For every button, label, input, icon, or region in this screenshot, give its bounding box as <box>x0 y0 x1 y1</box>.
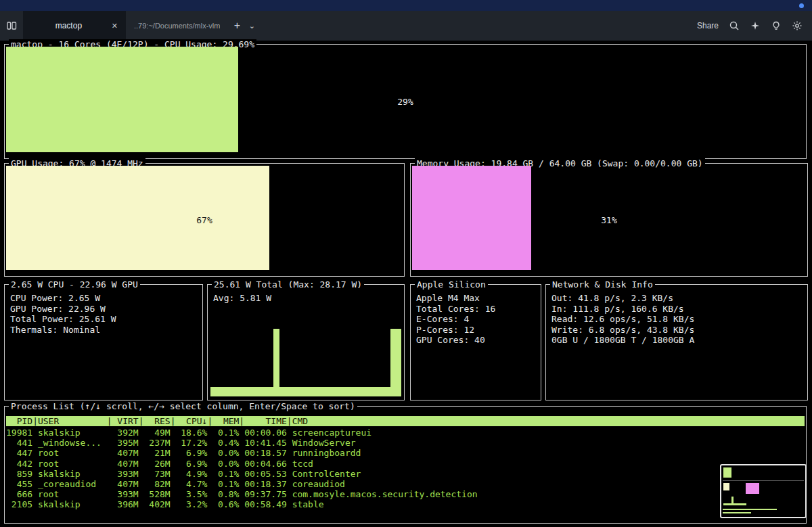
ai-sparkle-icon[interactable] <box>750 20 761 31</box>
process-row: 666 root 393M 528M 3.5% 0.8% 09:37.75 co… <box>6 489 805 499</box>
power-panel-title: 2.65 W CPU - 22.96 W GPU <box>9 279 140 290</box>
pip-divider <box>723 480 804 481</box>
process-row: 19981 skalskip 392M 49M 18.6% 0.1% 00:00… <box>6 428 805 438</box>
close-icon[interactable]: ✕ <box>106 22 118 30</box>
network-disk-panel: Network & Disk Info Out: 41.8 p/s, 2.3 K… <box>545 284 808 400</box>
power-spike <box>273 329 279 396</box>
notification-dot <box>799 3 804 8</box>
pip-preview[interactable] <box>720 464 807 518</box>
apple-silicon-panel: Apple Silicon Apple M4 MaxTotal Cores: 1… <box>410 284 541 400</box>
pip-gpu-bar <box>723 483 729 490</box>
memory-usage-value: 31% <box>411 164 807 276</box>
pip-process-line <box>723 509 777 510</box>
share-button[interactable]: Share <box>697 21 719 30</box>
gpu-usage-panel: GPU Usage: 67% @ 1474 MHz 67% <box>4 163 405 277</box>
gpu-usage-value: 67% <box>5 164 404 276</box>
total-power-panel: 25.61 W Total (Max: 28.17 W) Avg: 5.81 W <box>207 284 405 400</box>
cpu-usage-value: 29% <box>5 45 806 158</box>
tab-mlx-vlm[interactable]: ..79:~/Documents/mlx-vlm <box>126 11 228 41</box>
memory-usage-panel: Memory Usage: 19.84 GB / 64.00 GB (Swap:… <box>410 163 808 277</box>
silicon-stats: Apple M4 MaxTotal Cores: 16E-Cores: 4P-C… <box>411 285 541 346</box>
pip-process-line <box>723 512 751 513</box>
settings-gear-icon[interactable] <box>792 20 803 31</box>
process-list-panel: Process List (↑/↓ scroll, ←/→ select col… <box>4 406 807 524</box>
window-titlebar <box>0 0 812 11</box>
search-icon[interactable] <box>729 20 740 31</box>
tab-mactop[interactable]: mactop ✕ <box>23 11 126 41</box>
tab-bar: mactop ✕ ..79:~/Documents/mlx-vlm + ⌄ Sh… <box>0 11 812 41</box>
process-row: 442 root 407M 26M 6.9% 0.0% 00:04.66 tcc… <box>6 459 805 469</box>
pip-chart-spike <box>731 497 734 505</box>
process-rows: 19981 skalskip 392M 49M 18.6% 0.1% 00:00… <box>6 428 805 510</box>
power-history-chart <box>210 312 401 396</box>
process-row: 447 root 407M 21M 6.9% 0.0% 00:18.57 run… <box>6 448 805 458</box>
pip-chart-base <box>723 503 746 505</box>
process-row: 2105 skalskip 396M 402M 3.2% 0.6% 00:58.… <box>6 499 805 509</box>
pip-memory-bar <box>746 483 759 494</box>
process-row: 859 skalskip 393M 73M 4.9% 0.1% 00:05.53… <box>6 469 805 479</box>
avg-power-text: Avg: 5.81 W <box>213 293 399 304</box>
power-stats-panel: 2.65 W CPU - 22.96 W GPU CPU Power: 2.65… <box>4 284 203 400</box>
power-baseline <box>210 387 401 396</box>
tab-label: mactop <box>31 21 106 30</box>
process-row: 455 _coreaudiod 407M 82M 4.7% 0.1% 00:18… <box>6 479 805 489</box>
power-stats: CPU Power: 2.65 WGPU Power: 22.96 WTotal… <box>5 285 202 335</box>
network-panel-title: Network & Disk Info <box>550 279 655 290</box>
process-panel-title: Process List (↑/↓ scroll, ←/→ select col… <box>9 401 357 411</box>
process-row: 441 _windowse... 395M 237M 17.2% 0.4% 10… <box>6 438 805 448</box>
total-power-title: 25.61 W Total (Max: 28.17 W) <box>212 279 364 290</box>
new-tab-button[interactable]: + <box>228 11 246 41</box>
tab-label: ..79:~/Documents/mlx-vlm <box>134 22 220 30</box>
chevron-down-icon[interactable]: ⌄ <box>246 11 258 41</box>
lightbulb-icon[interactable] <box>771 20 782 31</box>
cpu-usage-panel: mactop - 16 Cores (4E/12P) - CPU Usage: … <box>4 44 807 159</box>
pip-cpu-bar <box>723 467 731 478</box>
bookmarks-icon[interactable] <box>0 11 23 41</box>
process-header: PID|USER | VIRT| RES| CPU↓| MEM| TIME|CM… <box>6 416 805 426</box>
terminal-screen[interactable]: mactop - 16 Cores (4E/12P) - CPU Usage: … <box>0 41 812 527</box>
silicon-panel-title: Apple Silicon <box>415 279 488 290</box>
power-spike <box>390 329 401 396</box>
network-stats: Out: 41.8 p/s, 2.3 KB/sIn: 111.8 p/s, 16… <box>546 285 807 346</box>
